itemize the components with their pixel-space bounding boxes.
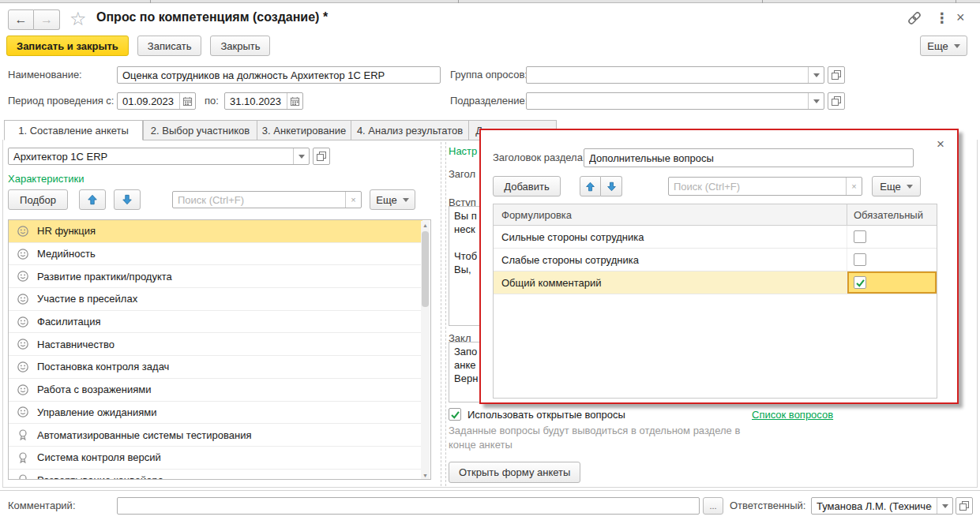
dialog-move-up-button[interactable] [580, 176, 601, 196]
arrow-down-icon [606, 182, 617, 192]
comment-more-button[interactable]: ... [703, 497, 723, 515]
caret-down-icon [954, 44, 960, 48]
responsible-dropdown-button[interactable] [937, 498, 952, 514]
favorite-star-icon[interactable]: ☆ [69, 8, 87, 30]
close-button[interactable]: Закрыть [210, 36, 270, 56]
list-item[interactable]: Развертывание конвейера [9, 470, 422, 480]
list-item[interactable]: Участие в пресейлах [9, 288, 422, 311]
section-header-input[interactable] [584, 149, 913, 167]
list-item[interactable]: Фасилитация [9, 311, 422, 334]
department-open-button[interactable] [828, 92, 845, 110]
link-icon[interactable] [907, 10, 922, 26]
open-questions-checkbox[interactable] [449, 408, 461, 421]
search-clear-button[interactable]: × [345, 192, 361, 208]
more-button[interactable]: Еще [920, 36, 967, 56]
period-from-calendar-button[interactable] [179, 93, 195, 109]
dialog-search-clear-button[interactable]: × [846, 178, 862, 195]
more-button-label: Еще [376, 194, 396, 206]
table-row-selected[interactable]: Общий комментарий [494, 271, 937, 294]
period-to-label: по: [205, 92, 219, 110]
period-to-input[interactable] [225, 93, 287, 109]
list-item-label: Наставничество [37, 339, 115, 350]
dialog-close-icon[interactable]: × [937, 137, 944, 152]
kebab-menu-icon[interactable]: ⋮ [935, 9, 949, 27]
open-form-icon [832, 70, 841, 80]
name-input[interactable] [118, 67, 440, 83]
list-item[interactable]: HR функция [9, 220, 422, 243]
competency-icon [17, 248, 29, 260]
table-row[interactable]: Слабые стороны сотрудника [494, 249, 937, 271]
characteristics-more-button[interactable]: Еще [370, 189, 415, 210]
dialog-toolbar: Добавить × Еще [493, 176, 921, 196]
characteristics-title: Характеристики [8, 173, 84, 185]
save-and-close-button[interactable]: Записать и закрыть [6, 36, 129, 56]
scrollbar-thumb[interactable] [422, 231, 429, 307]
period-to-calendar-button[interactable] [287, 93, 302, 109]
required-checkbox[interactable] [854, 230, 866, 243]
tab-label: 4. Анализ результатов [357, 125, 463, 137]
tab-label: 1. Составление анкеты [18, 125, 129, 137]
panel-splitter[interactable] [441, 142, 446, 486]
group-dropdown-button[interactable] [808, 67, 824, 83]
list-item[interactable]: Медийность [9, 243, 422, 266]
save-button[interactable]: Записать [137, 36, 202, 56]
table-row[interactable]: Сильные стороны сотрудника [494, 226, 937, 249]
dialog-more-button[interactable]: Еще [872, 176, 921, 196]
strip-separator [956, 0, 956, 3]
responsible-open-button[interactable] [956, 497, 973, 515]
tab-compose-questionnaire[interactable]: 1. Составление анкеты [4, 120, 143, 140]
competency-icon [17, 316, 29, 328]
open-form-icon [959, 501, 969, 511]
list-item[interactable]: Наставничество [9, 333, 422, 356]
dialog-search-input[interactable] [669, 178, 846, 195]
back-button[interactable]: ← [8, 9, 34, 30]
responsible-input[interactable] [812, 498, 937, 514]
required-checkbox-checked[interactable] [854, 276, 866, 289]
list-item[interactable]: Автоматизированные системы тестирования [9, 424, 422, 447]
tab-select-participants[interactable]: 2. Выбор участников [143, 120, 257, 140]
department-dropdown-button[interactable] [808, 93, 824, 109]
list-item[interactable]: Управление ожиданиями [9, 402, 422, 425]
check-icon [855, 278, 865, 288]
period-to-field [224, 92, 303, 110]
caret-down-icon [299, 155, 305, 159]
department-input[interactable] [527, 93, 808, 109]
list-item[interactable]: Работа с возражениями [9, 379, 422, 402]
position-dropdown-button[interactable] [293, 148, 309, 164]
responsible-field [811, 497, 953, 515]
scroll-down-icon[interactable]: ▼ [421, 471, 430, 480]
add-button[interactable]: Добавить [493, 176, 561, 196]
list-scrollbar[interactable]: ▲ ▼ [421, 221, 430, 480]
list-item-label: Развертывание конвейера [37, 474, 163, 480]
period-from-input[interactable] [118, 93, 179, 109]
forward-button[interactable]: → [34, 9, 60, 30]
tab-surveying[interactable]: 3. Анкетирование [257, 120, 351, 140]
questions-list-link[interactable]: Список вопросов [752, 409, 833, 421]
list-item[interactable]: Система контроля версий [9, 447, 422, 470]
dialog-move-down-button[interactable] [601, 176, 622, 196]
open-questions-note-line1: Заданные вопросы будут выводиться в отде… [449, 424, 740, 438]
search-input[interactable] [173, 192, 345, 208]
competency-icon [17, 384, 29, 396]
move-down-button[interactable] [114, 189, 141, 210]
open-questionnaire-form-button[interactable]: Открыть форму анкеты [449, 462, 580, 483]
position-open-button[interactable] [313, 148, 330, 165]
position-input[interactable] [9, 148, 293, 164]
group-open-button[interactable] [828, 66, 845, 84]
department-field [526, 92, 824, 110]
window-close-icon[interactable]: × [956, 9, 965, 26]
group-input[interactable] [527, 67, 808, 83]
list-item[interactable]: Постановка контроля задач [9, 356, 422, 379]
more-button-label: Еще [927, 40, 948, 52]
open-questions-row: Использовать открытые вопросы [449, 408, 625, 421]
list-item[interactable]: Развитие практики/продукта [9, 265, 422, 288]
tab-label: 2. Выбор участников [151, 125, 250, 137]
arrow-up-icon [585, 182, 595, 192]
tab-results-analysis[interactable]: 4. Анализ результатов [351, 120, 469, 140]
scroll-up-icon[interactable]: ▲ [421, 221, 430, 230]
arrow-down-icon [122, 194, 133, 205]
comment-input[interactable] [118, 498, 699, 514]
move-up-button[interactable] [79, 189, 106, 210]
pick-button[interactable]: Подбор [8, 189, 68, 210]
required-checkbox[interactable] [854, 253, 866, 266]
